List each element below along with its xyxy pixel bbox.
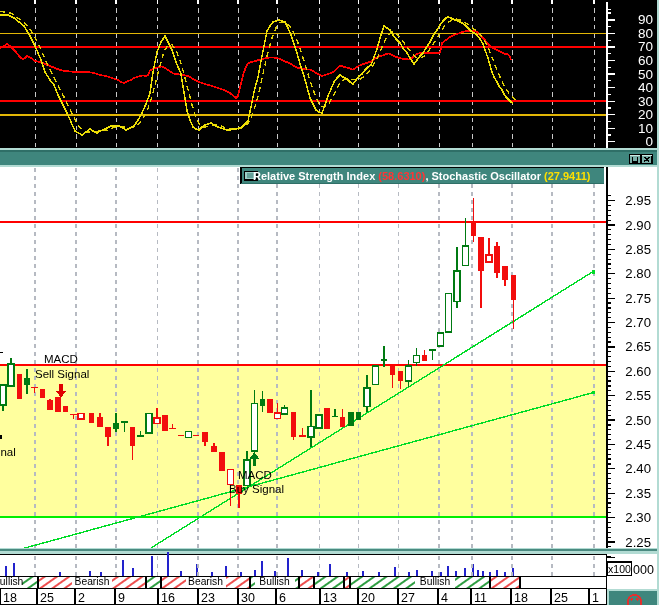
svg-text:30: 30 — [241, 591, 255, 605]
svg-text:000: 000 — [633, 563, 654, 577]
svg-text:Buy Signal: Buy Signal — [229, 483, 284, 495]
svg-text:2.25: 2.25 — [625, 535, 651, 550]
svg-text:90: 90 — [638, 12, 653, 27]
svg-text:2.60: 2.60 — [625, 364, 651, 379]
svg-text:2.95: 2.95 — [625, 193, 651, 208]
svg-text:Bearish: Bearish — [75, 576, 110, 587]
svg-text:18: 18 — [514, 591, 528, 605]
svg-text:2.30: 2.30 — [625, 510, 651, 525]
svg-text:30: 30 — [638, 94, 653, 109]
svg-text:13: 13 — [323, 591, 337, 605]
svg-text:gnal: gnal — [0, 446, 16, 458]
svg-text:x100: x100 — [608, 563, 631, 575]
svg-text:2.85: 2.85 — [625, 242, 651, 257]
svg-text:11: 11 — [474, 591, 487, 605]
svg-text:2.35: 2.35 — [625, 486, 651, 501]
svg-text:Bullish: Bullish — [0, 576, 24, 587]
svg-text:25: 25 — [40, 591, 54, 605]
svg-text:2.75: 2.75 — [625, 291, 651, 306]
svg-text:10: 10 — [638, 121, 653, 136]
svg-text:20: 20 — [361, 591, 375, 605]
svg-text:Bullish: Bullish — [259, 576, 290, 587]
svg-text:40: 40 — [638, 80, 653, 95]
svg-text:2.55: 2.55 — [625, 388, 651, 403]
svg-text:50: 50 — [638, 67, 653, 82]
svg-text:2.65: 2.65 — [625, 339, 651, 354]
svg-text:2.90: 2.90 — [625, 218, 651, 233]
svg-text:Relative Strength Index (58.63: Relative Strength Index (58.6310), Stoch… — [253, 170, 591, 182]
svg-text:70: 70 — [638, 39, 653, 54]
svg-text:2.80: 2.80 — [625, 266, 651, 281]
svg-text:18: 18 — [3, 591, 17, 605]
svg-text:20: 20 — [638, 107, 653, 122]
svg-text:Bearish: Bearish — [188, 576, 223, 587]
svg-text:16: 16 — [161, 591, 175, 605]
svg-text:25: 25 — [554, 591, 568, 605]
svg-text:60: 60 — [638, 53, 653, 68]
svg-text:23: 23 — [201, 591, 215, 605]
svg-text:2.40: 2.40 — [625, 461, 651, 476]
svg-text:2: 2 — [78, 591, 85, 605]
svg-text:0: 0 — [645, 134, 653, 149]
svg-text:2.70: 2.70 — [625, 315, 651, 330]
svg-text:MACD: MACD — [238, 469, 272, 481]
svg-text:2.50: 2.50 — [625, 413, 651, 428]
svg-text:9: 9 — [118, 591, 125, 605]
svg-text:Sell Signal: Sell Signal — [35, 368, 89, 380]
svg-text:MACD: MACD — [44, 353, 78, 365]
svg-text:Bullish: Bullish — [420, 576, 451, 587]
svg-text:27: 27 — [401, 591, 415, 605]
svg-text:6: 6 — [279, 591, 286, 605]
svg-text:4: 4 — [441, 591, 448, 605]
svg-text:2.45: 2.45 — [625, 437, 651, 452]
svg-text:1: 1 — [592, 591, 599, 605]
svg-text:80: 80 — [638, 26, 653, 41]
